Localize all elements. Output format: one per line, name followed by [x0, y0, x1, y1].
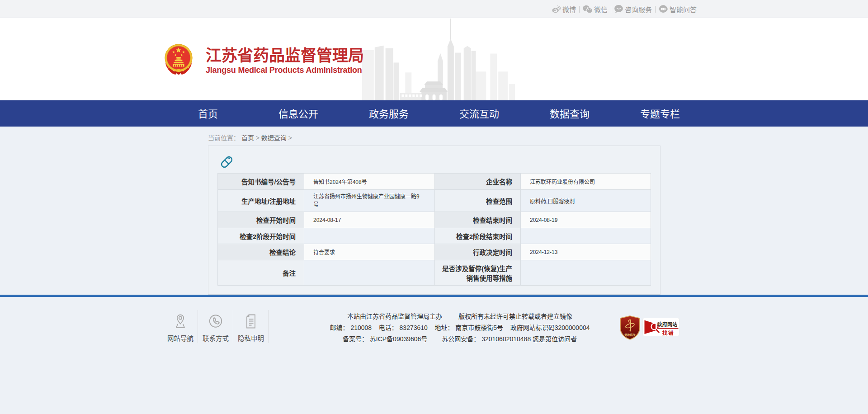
svg-text:政府网站: 政府网站: [657, 321, 678, 327]
svg-text:找错: 找错: [662, 330, 674, 336]
svg-text:党政机关: 党政机关: [624, 333, 636, 337]
